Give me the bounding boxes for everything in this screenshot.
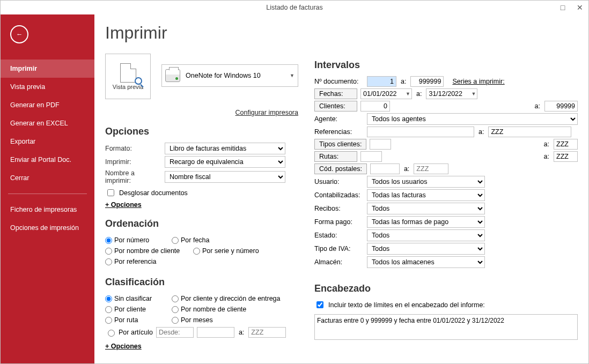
cls-por-meses[interactable]: Por meses — [172, 316, 295, 324]
contab-label: Contabilizadas: — [314, 191, 364, 199]
sidebar-item-cerrar[interactable]: Cerrar — [1, 169, 94, 187]
agente-label: Agente: — [314, 115, 364, 123]
fechas-button[interactable]: Fechas: — [314, 88, 357, 99]
fechas-a-label: a: — [415, 90, 423, 98]
sidebar-item-opciones-impresion[interactable]: Opciones de impresión — [1, 219, 94, 237]
cls-cliente-direccion[interactable]: Por cliente y dirección de entrega — [172, 295, 295, 302]
usuario-label: Usuario: — [314, 178, 364, 185]
ref-a-label: a: — [477, 128, 485, 136]
window-title: Listado de facturas — [266, 4, 323, 11]
ord-por-referencia[interactable]: Por referencia — [105, 258, 170, 265]
sidebar-item-fichero-impresoras[interactable]: Fichero de impresoras — [1, 200, 94, 219]
cls-por-cliente[interactable]: Por cliente — [105, 306, 170, 313]
rutas-to-input[interactable] — [554, 151, 578, 162]
tipos-clientes-button[interactable]: Tipos clientes: — [314, 139, 366, 150]
agente-select[interactable]: Todos los agentes — [367, 113, 578, 125]
cli-a-label: a: — [534, 102, 541, 110]
tipoiva-select[interactable]: Todos — [367, 243, 485, 255]
cls-sin-clasificar[interactable]: Sin clasificar — [105, 295, 170, 302]
clasif-desde-input-2[interactable] — [197, 327, 234, 338]
clasif-a-input[interactable] — [248, 327, 286, 338]
imprimir-select[interactable]: Recargo de equivalencia — [165, 156, 285, 168]
cpost-a-label: a: — [403, 165, 410, 173]
referencias-label: Referencias: — [314, 128, 364, 136]
intervalos-heading: Intervalos — [314, 60, 578, 71]
sidebar-item-enviar-portal[interactable]: Enviar al Portal Doc. — [1, 151, 94, 169]
ndoc-label: Nº documento: — [314, 78, 364, 85]
configure-printer-link[interactable]: Configurar impresora — [235, 109, 298, 116]
tipos-to-input[interactable] — [554, 139, 578, 150]
clasif-desde-input[interactable] — [156, 327, 194, 338]
fpago-label: Forma pago: — [314, 218, 364, 226]
usuario-select[interactable]: Todos los usuarios — [367, 176, 485, 188]
ord-por-nombre-cliente[interactable]: Por nombre de cliente — [105, 247, 191, 255]
printer-name: OneNote for Windows 10 — [186, 72, 261, 79]
ndoc-from-input[interactable] — [367, 76, 396, 87]
fecha-from-input[interactable] — [360, 88, 404, 99]
series-imprimir-link[interactable]: Series a imprimir: — [452, 78, 504, 85]
preview-card[interactable]: Vista previa — [105, 54, 151, 99]
sidebar-item-generar-excel[interactable]: Generar en EXCEL — [1, 114, 94, 132]
contab-select[interactable]: Todas las facturas — [367, 189, 485, 201]
cpost-to-input[interactable] — [414, 164, 448, 174]
formato-select[interactable]: Libro de facturas emitidas — [165, 143, 285, 154]
nombre-label: Nombre a imprimir: — [105, 169, 161, 184]
page-title: Imprimir — [105, 23, 298, 43]
clasif-plus-link[interactable]: + Opciones — [105, 343, 142, 350]
cpost-from-input[interactable] — [370, 164, 400, 174]
encabezado-textarea[interactable] — [314, 314, 578, 340]
arrow-left-icon: ← — [16, 31, 23, 38]
title-bar: Listado de facturas □ ✕ — [1, 1, 588, 14]
rutas-a-label: a: — [543, 153, 550, 160]
desglosar-label: Desglosar documentos — [119, 189, 188, 197]
chevron-down-icon: ▼ — [290, 73, 294, 78]
sidebar-item-vista-previa[interactable]: Vista previa — [1, 78, 94, 96]
recibos-select[interactable]: Todos — [367, 203, 485, 214]
almacen-label: Almacén: — [314, 258, 364, 266]
desglosar-checkbox[interactable] — [107, 189, 114, 196]
magnifier-icon — [135, 77, 142, 85]
ref-from-input[interactable] — [367, 127, 474, 137]
estado-select[interactable]: Todos — [367, 229, 485, 241]
ndoc-to-input[interactable] — [410, 76, 444, 87]
ordenacion-heading: Ordenación — [105, 218, 298, 229]
printer-select[interactable]: OneNote for Windows 10 ▼ — [161, 64, 298, 87]
cls-por-ruta[interactable]: Por ruta — [105, 316, 170, 324]
back-button[interactable]: ← — [10, 25, 28, 43]
almacen-select[interactable]: Todos los almacenes — [367, 256, 485, 268]
encabezado-checkbox[interactable] — [316, 301, 323, 308]
ord-por-numero[interactable]: Por número — [105, 236, 170, 244]
tipos-a-label: a: — [543, 140, 550, 148]
ref-to-input[interactable] — [488, 127, 571, 137]
sidebar-item-imprimir[interactable]: Imprimir — [1, 60, 94, 78]
cls-por-nombre-cliente[interactable]: Por nombre de cliente — [172, 306, 295, 313]
sidebar-separator — [8, 194, 87, 194]
options-heading: Opciones — [105, 126, 298, 137]
tipoiva-label: Tipo de IVA: — [314, 245, 364, 252]
cli-from-input[interactable] — [360, 101, 390, 112]
rutas-from-input[interactable] — [360, 151, 382, 162]
cli-to-input[interactable] — [544, 101, 578, 112]
clientes-button[interactable]: Clientes: — [314, 101, 357, 112]
rutas-button[interactable]: Rutas: — [314, 151, 357, 162]
fecha-to-input[interactable] — [426, 88, 470, 99]
cls-por-articulo[interactable]: Por artículo — [105, 328, 153, 337]
ord-por-serie-numero[interactable]: Por serie y número — [193, 247, 263, 255]
options-plus-link[interactable]: + Opciones — [105, 201, 142, 209]
sidebar-item-exportar[interactable]: Exportar — [1, 132, 94, 151]
document-icon — [120, 63, 136, 83]
tipos-from-input[interactable] — [370, 139, 391, 150]
chevron-down-icon[interactable]: ▼ — [470, 88, 477, 99]
chevron-down-icon[interactable]: ▼ — [404, 88, 412, 99]
sidebar-item-generar-pdf[interactable]: Generar en PDF — [1, 96, 94, 114]
imprimir-label: Imprimir: — [105, 158, 161, 166]
fpago-select[interactable]: Todas las formas de pago — [367, 216, 485, 228]
recibos-label: Recibos: — [314, 205, 364, 212]
formato-label: Formato: — [105, 145, 161, 152]
maximize-button[interactable]: □ — [554, 1, 571, 14]
close-button[interactable]: ✕ — [571, 1, 588, 14]
cpost-button[interactable]: Cód. postales: — [314, 164, 367, 174]
nombre-select[interactable]: Nombre fiscal — [165, 171, 285, 183]
clasif-a-label: a: — [238, 329, 245, 336]
ord-por-fecha[interactable]: Por fecha — [172, 236, 220, 244]
